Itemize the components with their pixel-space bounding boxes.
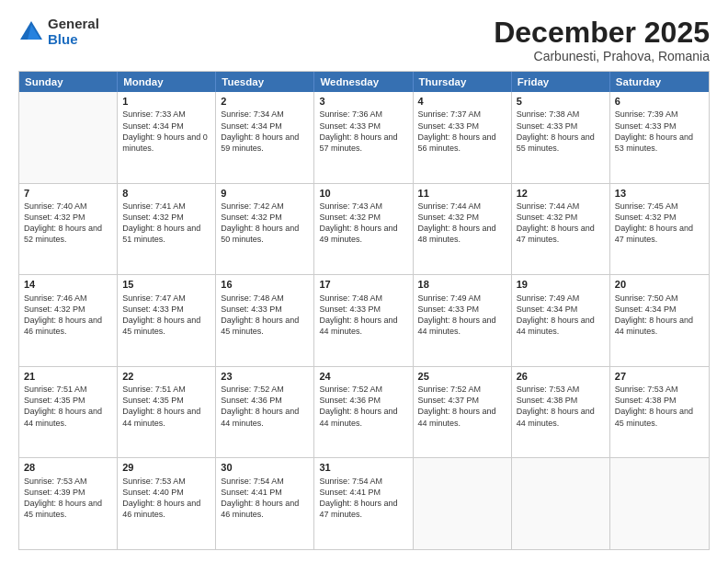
day-number: 18 bbox=[418, 278, 506, 291]
day-cell-29: 29Sunrise: 7:53 AM Sunset: 4:40 PM Dayli… bbox=[118, 458, 216, 549]
day-info: Sunrise: 7:45 AM Sunset: 4:32 PM Dayligh… bbox=[615, 201, 704, 246]
day-cell-4: 4Sunrise: 7:37 AM Sunset: 4:33 PM Daylig… bbox=[414, 92, 512, 183]
header: General Blue December 2025 Carbunesti, P… bbox=[18, 17, 710, 63]
day-number: 14 bbox=[24, 278, 112, 291]
week-row-1: 7Sunrise: 7:40 AM Sunset: 4:32 PM Daylig… bbox=[19, 183, 709, 275]
header-day-tuesday: Tuesday bbox=[216, 72, 314, 92]
day-info: Sunrise: 7:47 AM Sunset: 4:33 PM Dayligh… bbox=[122, 293, 210, 338]
day-number: 26 bbox=[517, 370, 605, 383]
day-number: 6 bbox=[615, 95, 704, 108]
day-cell-18: 18Sunrise: 7:49 AM Sunset: 4:33 PM Dayli… bbox=[414, 275, 512, 366]
day-cell-2: 2Sunrise: 7:34 AM Sunset: 4:34 PM Daylig… bbox=[216, 92, 314, 183]
day-cell-10: 10Sunrise: 7:43 AM Sunset: 4:32 PM Dayli… bbox=[314, 184, 413, 275]
day-number: 31 bbox=[319, 461, 407, 474]
day-cell-6: 6Sunrise: 7:39 AM Sunset: 4:33 PM Daylig… bbox=[610, 92, 709, 183]
day-cell-22: 22Sunrise: 7:51 AM Sunset: 4:35 PM Dayli… bbox=[118, 367, 216, 458]
day-info: Sunrise: 7:43 AM Sunset: 4:32 PM Dayligh… bbox=[319, 201, 407, 246]
day-cell-15: 15Sunrise: 7:47 AM Sunset: 4:33 PM Dayli… bbox=[118, 275, 216, 366]
logo-blue: Blue bbox=[48, 32, 99, 48]
day-cell-12: 12Sunrise: 7:44 AM Sunset: 4:32 PM Dayli… bbox=[512, 184, 610, 275]
day-cell-24: 24Sunrise: 7:52 AM Sunset: 4:36 PM Dayli… bbox=[314, 367, 413, 458]
empty-cell bbox=[414, 458, 512, 549]
day-number: 17 bbox=[319, 278, 407, 291]
calendar-body: 1Sunrise: 7:33 AM Sunset: 4:34 PM Daylig… bbox=[19, 92, 709, 549]
day-info: Sunrise: 7:44 AM Sunset: 4:32 PM Dayligh… bbox=[517, 201, 605, 246]
day-cell-21: 21Sunrise: 7:51 AM Sunset: 4:35 PM Dayli… bbox=[19, 367, 118, 458]
day-cell-11: 11Sunrise: 7:44 AM Sunset: 4:32 PM Dayli… bbox=[414, 184, 512, 275]
day-cell-3: 3Sunrise: 7:36 AM Sunset: 4:33 PM Daylig… bbox=[314, 92, 413, 183]
day-number: 27 bbox=[615, 370, 704, 383]
day-number: 23 bbox=[221, 370, 309, 383]
logo-general: General bbox=[48, 17, 99, 32]
day-info: Sunrise: 7:53 AM Sunset: 4:39 PM Dayligh… bbox=[24, 476, 112, 521]
calendar: SundayMondayTuesdayWednesdayThursdayFrid… bbox=[18, 71, 710, 550]
day-number: 3 bbox=[319, 95, 407, 108]
day-cell-14: 14Sunrise: 7:46 AM Sunset: 4:32 PM Dayli… bbox=[19, 275, 118, 366]
day-number: 22 bbox=[122, 370, 210, 383]
day-info: Sunrise: 7:50 AM Sunset: 4:34 PM Dayligh… bbox=[615, 293, 704, 338]
day-number: 10 bbox=[319, 187, 407, 200]
day-number: 1 bbox=[122, 95, 210, 108]
day-info: Sunrise: 7:53 AM Sunset: 4:40 PM Dayligh… bbox=[122, 476, 210, 521]
day-cell-9: 9Sunrise: 7:42 AM Sunset: 4:32 PM Daylig… bbox=[216, 184, 314, 275]
day-cell-5: 5Sunrise: 7:38 AM Sunset: 4:33 PM Daylig… bbox=[512, 92, 610, 183]
day-info: Sunrise: 7:39 AM Sunset: 4:33 PM Dayligh… bbox=[615, 109, 704, 154]
day-cell-7: 7Sunrise: 7:40 AM Sunset: 4:32 PM Daylig… bbox=[19, 184, 118, 275]
logo-icon bbox=[18, 19, 44, 45]
day-info: Sunrise: 7:34 AM Sunset: 4:34 PM Dayligh… bbox=[221, 109, 309, 154]
day-cell-28: 28Sunrise: 7:53 AM Sunset: 4:39 PM Dayli… bbox=[19, 458, 118, 549]
empty-cell bbox=[19, 92, 118, 183]
day-info: Sunrise: 7:54 AM Sunset: 4:41 PM Dayligh… bbox=[221, 476, 309, 521]
day-cell-26: 26Sunrise: 7:53 AM Sunset: 4:38 PM Dayli… bbox=[512, 367, 610, 458]
header-day-sunday: Sunday bbox=[19, 72, 118, 92]
header-day-monday: Monday bbox=[118, 72, 216, 92]
day-number: 8 bbox=[122, 187, 210, 200]
title-block: December 2025 Carbunesti, Prahova, Roman… bbox=[494, 17, 710, 63]
week-row-0: 1Sunrise: 7:33 AM Sunset: 4:34 PM Daylig… bbox=[19, 92, 709, 183]
day-number: 28 bbox=[24, 461, 112, 474]
day-info: Sunrise: 7:54 AM Sunset: 4:41 PM Dayligh… bbox=[319, 476, 407, 521]
day-number: 16 bbox=[221, 278, 309, 291]
day-info: Sunrise: 7:53 AM Sunset: 4:38 PM Dayligh… bbox=[517, 384, 605, 429]
day-cell-31: 31Sunrise: 7:54 AM Sunset: 4:41 PM Dayli… bbox=[314, 458, 413, 549]
header-day-friday: Friday bbox=[512, 72, 610, 92]
header-day-saturday: Saturday bbox=[610, 72, 709, 92]
day-number: 4 bbox=[418, 95, 506, 108]
day-info: Sunrise: 7:52 AM Sunset: 4:36 PM Dayligh… bbox=[319, 384, 407, 429]
day-cell-19: 19Sunrise: 7:49 AM Sunset: 4:34 PM Dayli… bbox=[512, 275, 610, 366]
day-number: 15 bbox=[122, 278, 210, 291]
day-info: Sunrise: 7:46 AM Sunset: 4:32 PM Dayligh… bbox=[24, 293, 112, 338]
day-cell-13: 13Sunrise: 7:45 AM Sunset: 4:32 PM Dayli… bbox=[610, 184, 709, 275]
day-cell-16: 16Sunrise: 7:48 AM Sunset: 4:33 PM Dayli… bbox=[216, 275, 314, 366]
day-number: 11 bbox=[418, 187, 506, 200]
day-cell-30: 30Sunrise: 7:54 AM Sunset: 4:41 PM Dayli… bbox=[216, 458, 314, 549]
day-info: Sunrise: 7:41 AM Sunset: 4:32 PM Dayligh… bbox=[122, 201, 210, 246]
day-info: Sunrise: 7:40 AM Sunset: 4:32 PM Dayligh… bbox=[24, 201, 112, 246]
day-info: Sunrise: 7:37 AM Sunset: 4:33 PM Dayligh… bbox=[418, 109, 506, 154]
day-cell-17: 17Sunrise: 7:48 AM Sunset: 4:33 PM Dayli… bbox=[314, 275, 413, 366]
day-number: 2 bbox=[221, 95, 309, 108]
empty-cell bbox=[610, 458, 709, 549]
header-day-thursday: Thursday bbox=[414, 72, 512, 92]
day-number: 20 bbox=[615, 278, 704, 291]
day-cell-1: 1Sunrise: 7:33 AM Sunset: 4:34 PM Daylig… bbox=[118, 92, 216, 183]
day-info: Sunrise: 7:49 AM Sunset: 4:34 PM Dayligh… bbox=[517, 293, 605, 338]
day-info: Sunrise: 7:42 AM Sunset: 4:32 PM Dayligh… bbox=[221, 201, 309, 246]
day-info: Sunrise: 7:38 AM Sunset: 4:33 PM Dayligh… bbox=[517, 109, 605, 154]
header-day-wednesday: Wednesday bbox=[314, 72, 413, 92]
calendar-header: SundayMondayTuesdayWednesdayThursdayFrid… bbox=[19, 72, 709, 92]
day-info: Sunrise: 7:51 AM Sunset: 4:35 PM Dayligh… bbox=[24, 384, 112, 429]
day-number: 9 bbox=[221, 187, 309, 200]
day-info: Sunrise: 7:51 AM Sunset: 4:35 PM Dayligh… bbox=[122, 384, 210, 429]
day-cell-8: 8Sunrise: 7:41 AM Sunset: 4:32 PM Daylig… bbox=[118, 184, 216, 275]
day-number: 21 bbox=[24, 370, 112, 383]
day-number: 25 bbox=[418, 370, 506, 383]
day-number: 13 bbox=[615, 187, 704, 200]
day-info: Sunrise: 7:33 AM Sunset: 4:34 PM Dayligh… bbox=[122, 109, 210, 154]
day-info: Sunrise: 7:49 AM Sunset: 4:33 PM Dayligh… bbox=[418, 293, 506, 338]
day-number: 5 bbox=[517, 95, 605, 108]
day-info: Sunrise: 7:52 AM Sunset: 4:37 PM Dayligh… bbox=[418, 384, 506, 429]
day-number: 7 bbox=[24, 187, 112, 200]
day-number: 12 bbox=[517, 187, 605, 200]
day-info: Sunrise: 7:36 AM Sunset: 4:33 PM Dayligh… bbox=[319, 109, 407, 154]
